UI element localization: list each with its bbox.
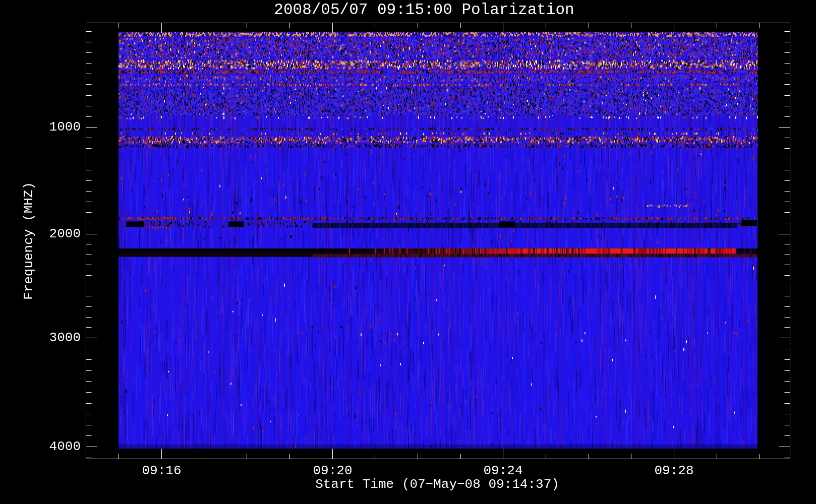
x-tick-label: 09:20 [313,463,352,478]
x-axis-label: Start Time (07−May−08 09:14:37) [315,477,559,492]
x-tick-label: 09:16 [142,463,181,478]
x-tick-label: 09:28 [654,463,693,478]
y-tick-label: 4000 [20,439,81,454]
y-tick-label: 2000 [20,227,81,241]
plot-title: 2008/05/07 09:15:00 Polarization [274,1,574,19]
y-tick-label: 1000 [20,120,81,134]
y-tick-label: 3000 [20,331,81,345]
spectrogram-page: 2008/05/07 09:15:00 Polarization Frequen… [0,0,816,504]
x-tick-label: 09:24 [483,463,522,478]
y-axis-label: Frequency (MHZ) [21,182,36,300]
spectrogram-canvas [0,0,816,504]
